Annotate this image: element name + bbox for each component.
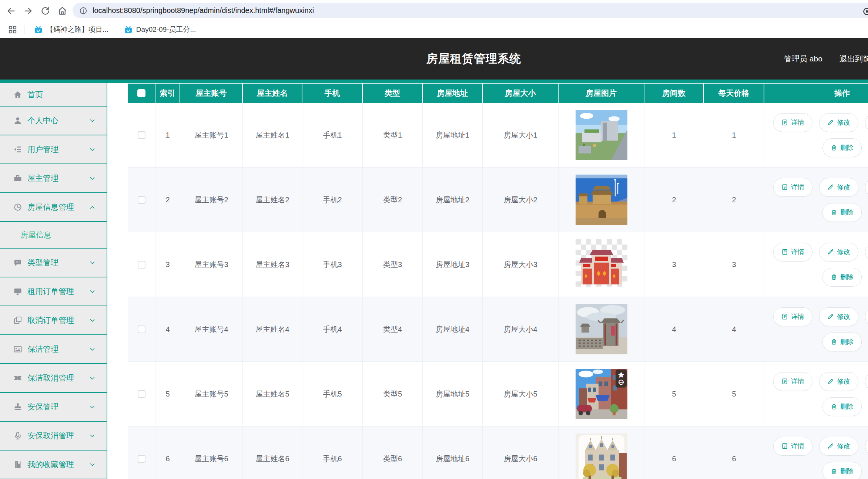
cell-index: 3 [155, 232, 180, 297]
column-header: 操作 [764, 84, 868, 103]
cell-size: 房屋大小5 [483, 362, 559, 426]
table-row: 1屋主账号1屋主姓名1手机1类型1房屋地址1房屋大小111详情修改删除 [128, 103, 868, 168]
column-header: 屋主账号 [180, 84, 243, 103]
row-checkbox[interactable] [138, 390, 145, 398]
detail-button[interactable]: 详情 [773, 178, 812, 197]
sidebar-item[interactable]: 租用订单管理 [0, 277, 107, 306]
apps-grid-icon[interactable] [8, 25, 17, 34]
info-icon[interactable] [79, 7, 87, 15]
cell-address: 房屋地址1 [423, 103, 483, 167]
chevron-down-icon [89, 175, 95, 182]
cell-phone: 手机5 [302, 362, 363, 426]
sidebar-item-label: 房屋信息管理 [27, 202, 89, 212]
table-row: 2屋主账号2屋主姓名2手机2类型2房屋地址2房屋大小222详情修改删除 [128, 168, 868, 232]
document-icon [781, 184, 788, 190]
edit-button[interactable]: 修改 [819, 372, 858, 391]
table-row: 4屋主账号4屋主姓名4手机4类型4房屋地址4房屋大小444详情修改删除 [128, 297, 868, 362]
cell-size: 房屋大小3 [483, 232, 559, 297]
partial-edit-button[interactable] [865, 372, 868, 391]
monitor-icon [13, 287, 22, 296]
sidebar-item[interactable]: 房屋信息管理 [0, 193, 107, 222]
cell-owner-account: 屋主账号6 [180, 426, 243, 479]
row-checkbox[interactable] [138, 261, 145, 269]
detail-button[interactable]: 详情 [773, 372, 812, 391]
detail-button[interactable]: 详情 [773, 113, 812, 132]
cell-actions: 详情修改删除 [764, 103, 868, 167]
sidebar-item[interactable]: 取消订单管理 [0, 306, 107, 335]
detail-button[interactable]: 详情 [773, 307, 812, 326]
cell-price: 5 [704, 362, 764, 426]
sidebar-item[interactable]: 保洁取消管理 [0, 364, 107, 393]
sidebar-item-label: 取消订单管理 [27, 315, 89, 325]
sidebar: 首页个人中心用户管理屋主管理房屋信息管理房屋信息类型管理租用订单管理取消订单管理… [0, 83, 107, 479]
partial-edit-button[interactable] [865, 437, 868, 456]
cell-actions: 详情修改删除 [764, 426, 868, 479]
house-image-city-wall-pavilion[interactable] [576, 304, 627, 354]
bookmark-item[interactable]: 【码神之路】项目... [34, 25, 108, 34]
bookmark-item[interactable]: Day02-09-员工分... [124, 25, 196, 34]
clock-icon [13, 203, 22, 212]
row-checkbox[interactable] [138, 196, 145, 204]
main-content: 索引屋主账号屋主姓名手机类型房屋地址房屋大小房屋图片房间数每天价格操作 1屋主账… [108, 83, 868, 479]
row-checkbox[interactable] [138, 131, 145, 139]
cell-type: 类型6 [363, 426, 423, 479]
reload-icon[interactable] [40, 5, 51, 16]
delete-button[interactable]: 删除 [822, 138, 862, 157]
row-checkbox[interactable] [138, 325, 145, 333]
sidebar-item[interactable]: 用户管理 [0, 135, 107, 164]
delete-button[interactable]: 删除 [822, 462, 862, 479]
cell-address: 房屋地址2 [423, 168, 483, 232]
partial-edit-button[interactable] [865, 243, 868, 262]
cell-owner-account: 屋主账号1 [180, 103, 243, 167]
edit-button[interactable]: 修改 [819, 113, 858, 132]
delete-button[interactable]: 删除 [822, 397, 862, 416]
edit-button[interactable]: 修改 [819, 243, 858, 262]
back-icon[interactable] [5, 5, 16, 16]
cell-index: 4 [155, 297, 180, 361]
forward-icon[interactable] [23, 5, 34, 16]
sidebar-item[interactable]: 保洁管理 [0, 335, 107, 364]
cell-phone: 手机2 [302, 168, 363, 232]
edit-button[interactable]: 修改 [819, 307, 858, 326]
sidebar-item[interactable]: 我的收藏管理 [0, 451, 107, 479]
logout-link[interactable]: 退出到前 [839, 54, 868, 64]
cell-phone: 手机6 [302, 426, 363, 479]
edit-button[interactable]: 修改 [819, 437, 858, 456]
sidebar-item[interactable]: 类型管理 [0, 249, 107, 277]
trash-icon [831, 144, 837, 151]
cell-owner-name: 屋主姓名6 [243, 426, 302, 479]
detail-button[interactable]: 详情 [773, 243, 812, 262]
sidebar-item[interactable]: 屋主管理 [0, 164, 107, 193]
chevron-down-icon [89, 462, 95, 468]
select-all-checkbox[interactable] [137, 89, 145, 97]
delete-button[interactable]: 删除 [822, 203, 862, 222]
url-bar[interactable]: localhost:8080/springboot89nep/admin/dis… [73, 3, 868, 18]
sidebar-subitem[interactable]: 房屋信息 [0, 222, 107, 249]
partial-edit-button[interactable] [865, 113, 868, 132]
delete-button[interactable]: 删除 [822, 333, 862, 351]
target-icon[interactable] [862, 7, 868, 16]
edit-button[interactable]: 修改 [819, 178, 858, 197]
house-image-classic-stone-building[interactable] [576, 434, 627, 479]
house-image-ancient-gate-tower[interactable] [576, 175, 627, 225]
partial-edit-button[interactable] [865, 307, 868, 326]
cell-owner-name: 屋主姓名5 [243, 362, 302, 426]
sidebar-item[interactable]: 个人中心 [0, 107, 107, 135]
house-image-aerial-modern-complex[interactable] [576, 110, 627, 160]
sidebar-item[interactable]: 首页 [0, 83, 107, 107]
partial-edit-button[interactable] [865, 178, 868, 197]
cell-rooms: 1 [644, 103, 704, 167]
home-nav-icon[interactable] [57, 5, 68, 16]
row-checkbox[interactable] [138, 455, 145, 463]
column-header: 房屋地址 [423, 84, 483, 103]
chevron-down-icon [89, 146, 95, 153]
column-header: 屋主姓名 [243, 84, 302, 103]
detail-button[interactable]: 详情 [773, 437, 812, 456]
sidebar-item[interactable]: 安保取消管理 [0, 422, 107, 451]
house-image-cartoon-chinese-gate[interactable] [576, 239, 627, 290]
delete-button[interactable]: 删除 [822, 268, 862, 287]
sidebar-item[interactable]: 安保管理 [0, 393, 107, 422]
cell-price: 1 [704, 103, 764, 167]
bilibili-icon [124, 26, 133, 34]
house-image-cartoon-brick-street[interactable] [576, 369, 627, 419]
